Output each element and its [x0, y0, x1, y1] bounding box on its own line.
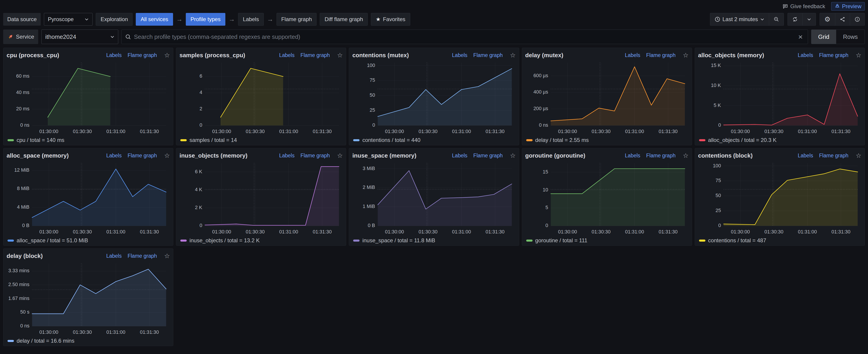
info-icon [855, 16, 860, 22]
nav-item-favorites[interactable]: ★Favorites [371, 13, 410, 26]
nav-item-exploration[interactable]: Exploration [96, 13, 132, 26]
flame-graph-link[interactable]: Flame graph [646, 152, 676, 159]
legend-label[interactable]: contentions / total = 487 [708, 237, 766, 244]
settings-button[interactable]: ⚙ [819, 13, 835, 26]
zoom-out-button[interactable] [769, 13, 784, 26]
favorite-star-icon[interactable]: ☆ [164, 51, 170, 59]
flame-graph-link[interactable]: Flame graph [646, 52, 676, 58]
labels-link[interactable]: Labels [625, 152, 640, 159]
labels-link[interactable]: Labels [798, 52, 813, 58]
svg-text:0: 0 [545, 223, 548, 228]
labels-link[interactable]: Labels [625, 52, 640, 58]
share-icon [840, 16, 845, 22]
flame-graph-link[interactable]: Flame graph [128, 253, 157, 259]
favorite-star-icon[interactable]: ☆ [856, 152, 861, 160]
panel-title: contentions (block) [698, 152, 798, 159]
nav-item-label: Exploration [100, 16, 128, 23]
nav-item-flame-graph[interactable]: Flame graph [277, 13, 317, 26]
time-series-chart[interactable]: 025507510001:30:0001:30:3001:31:0001:31:… [352, 60, 516, 137]
preview-badge-label: Preview [842, 3, 861, 9]
time-series-chart[interactable]: 0 ns50 s1.67 mins2.50 mins3.33 mins01:30… [7, 261, 170, 337]
flame-graph-link[interactable]: Flame graph [301, 152, 330, 159]
panel-legend: alloc_space / total = 51.0 MiB [7, 237, 170, 244]
favorite-star-icon[interactable]: ☆ [683, 152, 689, 160]
clear-search-icon[interactable]: × [797, 33, 804, 41]
flame-graph-link[interactable]: Flame graph [128, 152, 157, 159]
favorite-star-icon[interactable]: ☆ [683, 51, 689, 59]
legend-label[interactable]: contentions / total = 440 [362, 137, 421, 143]
data-source-picker[interactable]: Pyroscope [44, 13, 93, 26]
nav-item-label: Profile types [191, 16, 221, 23]
time-series-chart[interactable]: 0 B1 MiB2 MiB3 MiB01:30:0001:30:3001:31:… [352, 161, 516, 237]
favorite-star-icon[interactable]: ☆ [510, 51, 516, 59]
layout-rows-button[interactable]: Rows [836, 30, 865, 44]
flame-graph-link[interactable]: Flame graph [128, 52, 157, 58]
refresh-interval-dropdown[interactable] [802, 13, 816, 26]
panel-links: Labels Flame graph ☆ [279, 51, 343, 59]
svg-text:01:31:00: 01:31:00 [106, 129, 125, 134]
time-series-chart[interactable]: 024601:30:0001:30:3001:31:0001:31:30 [179, 60, 343, 137]
svg-text:01:30:30: 01:30:30 [418, 129, 437, 134]
nav-item-all-services[interactable]: All services [136, 13, 173, 26]
flame-graph-link[interactable]: Flame graph [819, 52, 848, 58]
legend-label[interactable]: delay / total = 16.6 mins [17, 338, 74, 344]
labels-link[interactable]: Labels [279, 52, 294, 58]
flame-graph-link[interactable]: Flame graph [819, 152, 848, 159]
share-button[interactable] [835, 13, 850, 26]
flame-graph-link[interactable]: Flame graph [473, 52, 502, 58]
layout-grid-button[interactable]: Grid [811, 30, 836, 44]
nav-item-profile-types[interactable]: Profile types [186, 13, 225, 26]
legend-label[interactable]: cpu / total = 140 ms [17, 137, 64, 143]
clock-icon [715, 16, 720, 22]
labels-link[interactable]: Labels [798, 152, 813, 159]
legend-label[interactable]: inuse_objects / total = 13.2 K [189, 237, 260, 244]
layout-toggle: Grid Rows [811, 30, 865, 44]
favorite-star-icon[interactable]: ☆ [337, 152, 343, 160]
favorite-star-icon[interactable]: ☆ [337, 51, 343, 59]
labels-link[interactable]: Labels [452, 152, 468, 159]
svg-text:6 K: 6 K [195, 169, 203, 174]
svg-text:75: 75 [715, 178, 721, 183]
labels-link[interactable]: Labels [452, 52, 468, 58]
give-feedback-link[interactable]: Give feedback [782, 3, 825, 9]
time-series-chart[interactable]: 02 K4 K6 K01:30:0001:30:3001:31:0001:31:… [179, 161, 343, 237]
legend-swatch [526, 240, 533, 242]
favorite-star-icon[interactable]: ☆ [510, 152, 516, 160]
flame-graph-link[interactable]: Flame graph [301, 52, 330, 58]
labels-link[interactable]: Labels [106, 52, 122, 58]
breadcrumb-arrow-icon: → [176, 16, 183, 23]
favorite-star-icon[interactable]: ☆ [856, 51, 861, 59]
time-series-chart[interactable]: 025507510001:30:0001:30:3001:31:0001:31:… [698, 161, 861, 237]
flame-graph-link[interactable]: Flame graph [473, 152, 502, 159]
panel-links: Labels Flame graph ☆ [798, 51, 861, 59]
time-series-chart[interactable]: 0 ns20 ms40 ms60 ms01:30:0001:30:3001:31… [7, 60, 170, 137]
favorite-star-icon[interactable]: ☆ [164, 152, 170, 160]
time-series-chart[interactable]: 05101501:30:0001:30:3001:31:0001:31:30 [525, 161, 689, 237]
time-series-chart[interactable]: 0 ns200 µs400 µs600 µs01:30:0001:30:3001… [525, 60, 689, 137]
search-input[interactable] [133, 33, 794, 41]
info-button[interactable] [850, 13, 865, 26]
legend-label[interactable]: delay / total = 2.55 ms [535, 137, 589, 143]
refresh-button[interactable] [787, 13, 803, 26]
legend-label[interactable]: alloc_space / total = 51.0 MiB [17, 237, 88, 244]
legend-swatch [7, 340, 14, 342]
labels-link[interactable]: Labels [279, 152, 294, 159]
panel-title: inuse_objects (memory) [179, 152, 279, 159]
svg-text:01:30:30: 01:30:30 [73, 129, 92, 134]
svg-text:01:30:00: 01:30:00 [385, 229, 404, 234]
nav-item-labels[interactable]: Labels [238, 13, 264, 26]
favorite-star-icon[interactable]: ☆ [164, 252, 170, 260]
time-series-chart[interactable]: 0 B4 MiB8 MiB12 MiB01:30:0001:30:3001:31… [7, 161, 170, 237]
labels-link[interactable]: Labels [106, 152, 122, 159]
legend-swatch [180, 240, 187, 242]
labels-link[interactable]: Labels [106, 253, 122, 259]
legend-label[interactable]: samples / total = 14 [189, 137, 237, 143]
legend-label[interactable]: goroutine / total = 111 [535, 237, 587, 244]
nav-item-diff-flame-graph[interactable]: Diff flame graph [320, 13, 368, 26]
time-range-picker[interactable]: Last 2 minutes [710, 13, 769, 26]
profile-type-panel: delay (block) Labels Flame graph ☆ 0 ns5… [3, 248, 173, 346]
legend-label[interactable]: alloc_objects / total = 20.3 K [708, 137, 777, 143]
service-picker[interactable]: ithome2024 [41, 30, 118, 44]
time-series-chart[interactable]: 05 K10 K15 K01:30:0001:30:3001:31:0001:3… [698, 60, 861, 137]
legend-label[interactable]: inuse_space / total = 11.8 MiB [362, 237, 435, 244]
